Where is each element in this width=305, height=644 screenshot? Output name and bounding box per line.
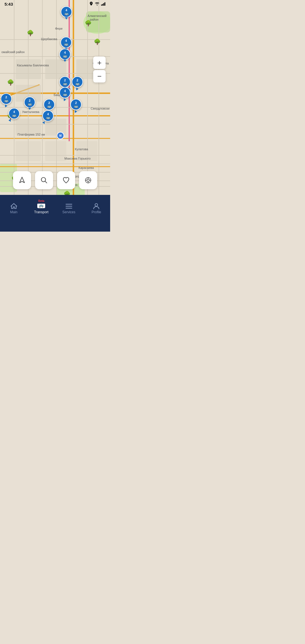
svg-line-44 [45, 181, 47, 183]
svg-rect-39 [45, 141, 66, 161]
status-bar: 5:43 [0, 0, 110, 8]
bus-marker-4-top[interactable]: 4 🚌 [61, 6, 72, 19]
navigate-button[interactable] [13, 171, 31, 189]
zoom-out-button[interactable]: − [93, 70, 106, 82]
bus-marker-2-midleft[interactable]: 2 🚌 [24, 97, 35, 110]
bottom-nav: Main Beta 🚌 Transport Services Profile [0, 195, 110, 232]
location-button[interactable] [79, 171, 97, 189]
svg-point-45 [87, 179, 90, 182]
nav-label-main: Main [10, 210, 18, 214]
bus-marker-4-bottomcenter[interactable]: 4 🚌 [42, 110, 54, 124]
nav-item-services[interactable]: Services [55, 198, 83, 214]
home-icon [10, 202, 18, 210]
nav-item-profile[interactable]: Profile [83, 198, 110, 214]
map-container[interactable]: M Алматинский район Фере Щербакова омайс… [0, 0, 110, 195]
svg-text:M: M [59, 134, 62, 137]
status-time: 5:43 [5, 2, 13, 6]
bus-marker-2-centerright[interactable]: 2 🚌 [70, 99, 82, 113]
svg-rect-6 [86, 11, 110, 32]
wifi-icon [95, 2, 99, 6]
search-icon [40, 177, 48, 184]
nav-label-transport: Transport [34, 210, 49, 214]
favorites-button[interactable] [57, 171, 75, 189]
heart-icon [62, 177, 70, 184]
svg-rect-32 [16, 59, 41, 79]
svg-rect-0 [101, 5, 102, 6]
location-target-icon [84, 177, 92, 184]
svg-rect-40 [76, 141, 97, 161]
nav-label-services: Services [62, 210, 75, 214]
svg-rect-38 [16, 141, 41, 161]
nav-beta-label: Beta [38, 199, 44, 203]
bus-marker-4-mid1[interactable]: 4 🚌 [60, 37, 72, 50]
svg-text:🚌: 🚌 [39, 203, 44, 208]
bus-marker-4-bottomleft[interactable]: 4 🚌 [8, 108, 20, 122]
nav-item-transport[interactable]: Beta 🚌 Transport [28, 198, 55, 214]
bus-marker-2-left[interactable]: 2 🚌 [1, 93, 12, 107]
svg-rect-2 [103, 3, 104, 6]
services-icon [65, 202, 73, 210]
map-svg: M [0, 0, 110, 195]
signal-icon [101, 2, 106, 6]
bus-icon: 🚌 [37, 202, 46, 210]
bus-marker-4-mid2[interactable]: 4 🚌 [59, 49, 71, 62]
svg-point-56 [95, 204, 98, 206]
svg-rect-1 [102, 4, 103, 6]
zoom-in-button[interactable]: + [93, 56, 106, 69]
profile-icon [92, 202, 100, 210]
map-actions [0, 171, 110, 189]
location-icon [89, 2, 93, 6]
zoom-controls: + − [93, 56, 106, 82]
svg-rect-3 [104, 2, 105, 6]
nav-label-profile: Profile [91, 210, 101, 214]
bus-marker-4-right[interactable]: 4 🚌 [59, 87, 71, 101]
bus-marker-2-b[interactable]: 2 🚌 [72, 76, 83, 90]
nav-item-main[interactable]: Main [0, 198, 28, 214]
navigate-icon [18, 177, 26, 184]
status-icons [89, 2, 106, 6]
search-button[interactable] [35, 171, 53, 189]
